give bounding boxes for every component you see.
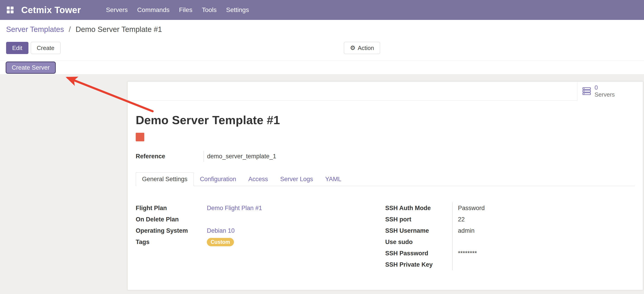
field-operating-system: Operating System Debian 10 [136, 225, 385, 236]
field-ssh-private-key: SSH Private Key [385, 259, 588, 270]
servers-stat-button[interactable]: 0 Servers [577, 82, 643, 101]
control-panel: Server Templates / Demo Server Template … [0, 20, 644, 61]
field-tags-label: Tags [136, 236, 204, 248]
edit-button[interactable]: Edit [6, 42, 28, 54]
apps-grid-icon[interactable] [7, 7, 14, 13]
field-use-sudo-label: Use sudo [385, 236, 452, 248]
control-panel-buttons: Edit Create ⚙ Action [6, 42, 644, 54]
field-flight-plan-value[interactable]: Demo Flight Plan #1 [207, 205, 262, 212]
servers-icon [582, 87, 591, 95]
top-navbar: Cetmix Tower Servers Commands Files Tool… [0, 0, 644, 20]
create-server-button[interactable]: Create Server [6, 62, 56, 74]
field-ssh-port: SSH port 22 [385, 214, 588, 225]
field-on-delete-plan-label: On Delete Plan [136, 214, 204, 225]
field-groups: Flight Plan Demo Flight Plan #1 On Delet… [136, 202, 635, 270]
reference-value: demo_server_template_1 [204, 151, 384, 162]
nav-item-servers[interactable]: Servers [101, 0, 132, 20]
field-on-delete-plan: On Delete Plan [136, 214, 385, 225]
field-flight-plan: Flight Plan Demo Flight Plan #1 [136, 202, 385, 214]
gear-icon: ⚙ [350, 45, 356, 51]
field-ssh-port-label: SSH port [385, 214, 452, 225]
sheet: Demo Server Template #1 Reference demo_s… [128, 113, 643, 270]
breadcrumb-current: Demo Server Template #1 [76, 25, 162, 34]
tab-access[interactable]: Access [242, 172, 274, 186]
field-use-sudo: Use sudo [385, 236, 588, 248]
form-statusbar: Create Server [0, 61, 644, 75]
tab-server-logs[interactable]: Server Logs [274, 172, 319, 186]
servers-label: Servers [594, 91, 615, 98]
color-tag [136, 133, 144, 141]
field-ssh-port-value: 22 [452, 214, 588, 225]
breadcrumb-parent-link[interactable]: Server Templates [6, 25, 64, 34]
nav-item-commands[interactable]: Commands [132, 0, 174, 20]
content-area: 0 Servers Demo Server Template #1 Refere… [0, 75, 644, 294]
tab-general-settings[interactable]: General Settings [136, 172, 194, 186]
form-card: 0 Servers Demo Server Template #1 Refere… [127, 81, 643, 290]
field-tags: Tags Custom [136, 236, 385, 248]
tab-yaml[interactable]: YAML [319, 172, 348, 186]
nav-item-settings[interactable]: Settings [221, 0, 254, 20]
action-button-label: Action [358, 45, 374, 52]
breadcrumb: Server Templates / Demo Server Template … [6, 24, 644, 35]
field-ssh-password: SSH Password ******** [385, 248, 588, 259]
field-group-right: SSH Auth Mode Password SSH port 22 SSH U… [385, 202, 588, 270]
main-menu: Servers Commands Files Tools Settings [101, 0, 254, 20]
field-ssh-username: SSH Username admin [385, 225, 588, 236]
nav-item-tools[interactable]: Tools [197, 0, 221, 20]
servers-count: 0 [594, 84, 615, 91]
button-box: 0 Servers [128, 82, 643, 101]
field-group-left: Flight Plan Demo Flight Plan #1 On Delet… [136, 202, 385, 270]
field-operating-system-label: Operating System [136, 225, 204, 236]
reference-field: Reference demo_server_template_1 [136, 151, 384, 162]
field-ssh-password-value: ******** [452, 248, 588, 259]
field-ssh-password-label: SSH Password [385, 248, 452, 259]
field-use-sudo-value [452, 236, 588, 248]
field-ssh-username-label: SSH Username [385, 225, 452, 236]
record-title: Demo Server Template #1 [136, 113, 635, 127]
app-brand[interactable]: Cetmix Tower [21, 5, 81, 15]
create-button[interactable]: Create [31, 42, 60, 54]
field-ssh-private-key-label: SSH Private Key [385, 259, 452, 270]
notebook-tabs: General Settings Configuration Access Se… [136, 172, 635, 186]
action-button[interactable]: ⚙ Action [344, 42, 380, 54]
reference-label: Reference [136, 151, 204, 162]
tag-badge: Custom [207, 238, 234, 246]
field-ssh-username-value: admin [452, 225, 588, 236]
nav-item-files[interactable]: Files [174, 0, 197, 20]
breadcrumb-separator: / [69, 25, 71, 34]
field-ssh-auth-mode-value: Password [452, 202, 588, 214]
field-ssh-auth-mode: SSH Auth Mode Password [385, 202, 588, 214]
field-operating-system-value[interactable]: Debian 10 [207, 227, 234, 234]
field-on-delete-plan-value [204, 214, 385, 225]
field-flight-plan-label: Flight Plan [136, 202, 204, 214]
field-ssh-auth-mode-label: SSH Auth Mode [385, 202, 452, 214]
field-ssh-private-key-value [452, 259, 588, 270]
tab-configuration[interactable]: Configuration [194, 172, 242, 186]
